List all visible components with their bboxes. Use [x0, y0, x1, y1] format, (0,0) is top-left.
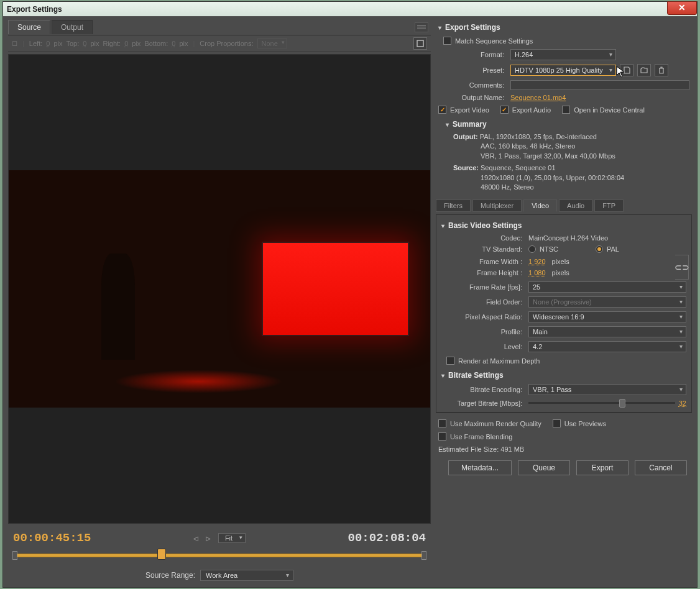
use-max-quality-label: Use Maximum Render Quality: [450, 420, 541, 427]
frame-height-value[interactable]: 1 080: [528, 269, 546, 276]
frame-width-value[interactable]: 1 920: [528, 258, 546, 265]
use-max-quality-checkbox[interactable]: [438, 419, 446, 427]
format-label: Format:: [438, 51, 510, 58]
metadata-button[interactable]: Metadata...: [448, 460, 512, 475]
tab-source[interactable]: Source: [8, 20, 50, 34]
target-bitrate-label: Target Bitrate [Mbps]:: [441, 400, 528, 407]
export-button[interactable]: Export: [576, 460, 629, 475]
profile-select[interactable]: Main: [528, 326, 686, 337]
tvstd-label: TV Standard:: [441, 245, 528, 253]
codec-label: Codec:: [441, 234, 528, 242]
use-previews-label: Use Previews: [564, 420, 606, 427]
format-select[interactable]: H.264: [510, 49, 616, 60]
preview-area[interactable]: [8, 54, 431, 524]
output-name-link[interactable]: Sequence 01.mp4: [510, 94, 566, 101]
crop-tool-icon[interactable]: [413, 37, 427, 50]
open-device-label: Open in Device Central: [574, 106, 645, 114]
crop-bottom-label: Bottom:: [144, 40, 168, 47]
crop-icon[interactable]: ◻: [12, 39, 17, 47]
link-dimensions-icon[interactable]: ⊂⊃: [675, 255, 689, 280]
par-select[interactable]: Widescreen 16:9: [528, 311, 686, 322]
crop-top-label: Top:: [66, 40, 79, 47]
frame-rate-label: Frame Rate [fps]:: [441, 283, 528, 291]
open-device-checkbox[interactable]: [562, 106, 570, 114]
summary-source: Source: Sequence, Sequence 01 1920x1080 …: [436, 162, 692, 193]
use-frame-blending-label: Use Frame Blending: [450, 433, 512, 441]
tab-video[interactable]: Video: [523, 199, 557, 212]
close-button[interactable]: ✕: [667, 1, 697, 15]
timeline-slider[interactable]: [13, 549, 426, 562]
target-bitrate-value[interactable]: 32: [679, 400, 686, 407]
out-point-handle[interactable]: [421, 551, 426, 560]
frame-height-label: Frame Height :: [441, 269, 528, 276]
crop-right-label: Right:: [103, 40, 121, 47]
crop-right-value[interactable]: 0: [124, 40, 128, 47]
use-frame-blending-checkbox[interactable]: [438, 432, 446, 441]
bitrate-header[interactable]: Bitrate Settings: [439, 367, 689, 382]
step-fwd-icon[interactable]: ▷: [206, 535, 211, 542]
crop-proportions-label: Crop Proportions:: [200, 40, 253, 47]
basic-video-header[interactable]: Basic Video Settings: [439, 217, 689, 232]
output-name-label: Output Name:: [438, 94, 510, 101]
queue-button[interactable]: Queue: [518, 460, 570, 475]
export-settings-header[interactable]: Export Settings: [436, 19, 692, 34]
crop-top-value[interactable]: 0: [83, 40, 86, 47]
crop-bottom-value[interactable]: 0: [172, 40, 175, 47]
source-range-select[interactable]: Work Area: [200, 570, 293, 581]
timecode-total: 00:02:08:04: [348, 531, 426, 545]
import-preset-icon[interactable]: [637, 64, 651, 76]
target-bitrate-slider[interactable]: [528, 399, 675, 408]
comments-label: Comments:: [438, 81, 510, 89]
step-back-icon[interactable]: ◁: [193, 535, 198, 542]
comments-input[interactable]: [510, 80, 689, 90]
panel-menu-icon[interactable]: [415, 22, 428, 32]
cancel-button[interactable]: Cancel: [635, 460, 687, 475]
level-select[interactable]: 4.2: [528, 341, 686, 352]
use-previews-checkbox[interactable]: [553, 419, 561, 427]
tab-filters[interactable]: Filters: [436, 199, 471, 212]
match-sequence-label: Match Sequence Settings: [455, 37, 533, 45]
summary-header[interactable]: Summary: [436, 116, 692, 131]
tab-multiplexer[interactable]: Multiplexer: [472, 199, 522, 212]
render-max-depth-checkbox[interactable]: [446, 357, 454, 365]
left-panel: Source Output ◻ | Left: 0 pix Top: 0 pix…: [3, 17, 433, 587]
frame-width-label: Frame Width :: [441, 258, 528, 265]
level-label: Level:: [441, 343, 528, 350]
render-max-depth-label: Render at Maximum Depth: [458, 357, 540, 365]
delete-preset-icon[interactable]: [655, 64, 668, 76]
crop-proportions-select[interactable]: None: [257, 39, 287, 48]
crop-toolbar: ◻ | Left: 0 pix Top: 0 pix Right: 0 pix …: [8, 35, 431, 52]
export-video-label: Export Video: [450, 106, 489, 114]
ntsc-radio[interactable]: [528, 245, 536, 253]
svg-rect-0: [417, 40, 423, 47]
source-range-label: Source Range:: [145, 571, 195, 580]
frame-rate-select[interactable]: 25: [528, 281, 686, 293]
codec-value: MainConcept H.264 Video: [528, 234, 608, 242]
bitrate-enc-select[interactable]: VBR, 1 Pass: [528, 384, 686, 395]
right-panel: Export Settings Match Sequence Settings …: [433, 17, 697, 587]
save-preset-icon[interactable]: [620, 64, 633, 76]
tab-output[interactable]: Output: [52, 20, 93, 34]
pal-radio[interactable]: [596, 245, 603, 253]
titlebar[interactable]: Export Settings ✕: [3, 2, 697, 17]
crop-left-label: Left:: [29, 40, 42, 47]
timecode-current[interactable]: 00:00:45:15: [13, 531, 91, 545]
export-settings-window: Export Settings ✕ Source Output ◻ | Left…: [2, 1, 698, 588]
export-video-checkbox[interactable]: [438, 106, 446, 114]
summary-output: Output: PAL, 1920x1080, 25 fps, De-inter…: [436, 131, 692, 162]
export-audio-label: Export Audio: [512, 106, 551, 114]
video-settings-pane[interactable]: Basic Video Settings Codec:MainConcept H…: [436, 214, 692, 413]
window-title: Export Settings: [7, 5, 62, 14]
export-audio-checkbox[interactable]: [500, 106, 509, 114]
preset-select[interactable]: HDTV 1080p 25 High Quality: [510, 65, 616, 76]
crop-left-value[interactable]: 0: [46, 40, 50, 47]
tab-ftp[interactable]: FTP: [594, 199, 624, 212]
tab-audio[interactable]: Audio: [559, 199, 592, 212]
field-order-select[interactable]: None (Progressive): [528, 296, 686, 308]
playhead-handle[interactable]: [157, 549, 166, 560]
zoom-fit-select[interactable]: Fit: [218, 533, 246, 543]
match-sequence-checkbox[interactable]: [443, 37, 451, 45]
profile-label: Profile:: [441, 328, 528, 336]
in-point-handle[interactable]: [12, 551, 17, 560]
preset-label: Preset:: [438, 66, 510, 74]
